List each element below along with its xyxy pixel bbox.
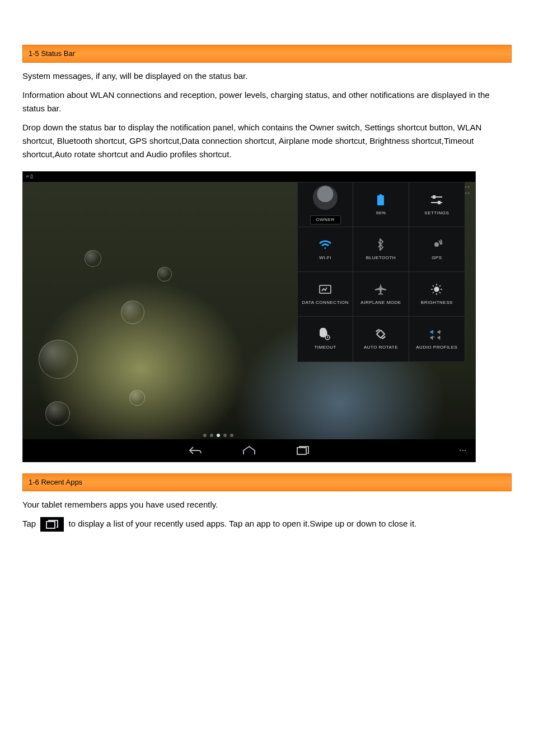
- section-body-status-bar: System messages, if any, will be display…: [22, 69, 512, 161]
- section-heading-status-bar: 1-5 Status Bar: [22, 45, 512, 63]
- paragraph-with-icon: Tap to display a list of your recently u…: [22, 517, 512, 532]
- back-icon[interactable]: [188, 443, 203, 458]
- qs-label: SETTINGS: [424, 210, 449, 217]
- text-fragment: Tap: [22, 519, 36, 528]
- qs-tile-timeout[interactable]: TIMEOUT: [298, 317, 353, 361]
- qs-label: OWNER: [310, 215, 341, 224]
- airplane-icon: [374, 283, 387, 296]
- avatar-icon: [313, 185, 338, 210]
- svg-line-14: [433, 292, 434, 293]
- section-heading-label: 1-5 Status Bar: [29, 48, 75, 59]
- svg-point-4: [435, 243, 438, 246]
- recent-apps-icon: [40, 517, 64, 532]
- svg-rect-20: [46, 522, 55, 528]
- svg-point-6: [434, 287, 439, 292]
- recent-apps-icon[interactable]: [295, 443, 311, 458]
- svg-rect-19: [297, 448, 306, 454]
- tablet-screenshot: ≈ ▯ ▪▪▪▪▪▪ OWNER 96% SETTI: [22, 171, 476, 462]
- qs-label: GPS: [432, 255, 442, 261]
- statusbar-left-icons: ≈ ▯: [26, 173, 33, 181]
- section-heading-recent-apps: 1-6 Recent Apps: [22, 473, 512, 491]
- qs-tile-wifi[interactable]: WI-FI: [298, 227, 353, 272]
- paragraph: Information about WLAN connections and r…: [22, 88, 512, 115]
- svg-line-11: [433, 285, 434, 287]
- battery-icon: [374, 193, 387, 206]
- qs-tile-settings[interactable]: SETTINGS: [409, 182, 465, 227]
- brightness-icon: [430, 283, 443, 296]
- paragraph: System messages, if any, will be display…: [22, 69, 512, 83]
- qs-tile-audio-profiles[interactable]: AUDIO PROFILES: [409, 317, 465, 361]
- gps-icon: [430, 238, 443, 251]
- qs-tile-brightness[interactable]: BRIGHTNESS: [409, 272, 465, 317]
- svg-line-13: [439, 285, 441, 287]
- qs-label: BRIGHTNESS: [421, 299, 453, 306]
- qs-tile-gps[interactable]: GPS: [409, 227, 465, 272]
- svg-rect-1: [433, 196, 435, 198]
- qs-label: TIMEOUT: [314, 344, 336, 351]
- qs-label: DATA CONNECTION: [302, 299, 349, 306]
- svg-rect-16: [377, 330, 385, 338]
- tablet-nav-bar: ⋮: [23, 439, 475, 462]
- auto-rotate-icon: [374, 327, 387, 341]
- qs-tile-battery[interactable]: 96%: [353, 182, 409, 227]
- audio-profiles-icon: [430, 327, 443, 341]
- data-connection-icon: [318, 283, 332, 296]
- section-heading-label: 1-6 Recent Apps: [29, 477, 82, 488]
- text-fragment: to display a list of your recently used …: [69, 519, 417, 528]
- svg-rect-5: [320, 285, 331, 293]
- timeout-icon: [318, 327, 332, 341]
- qs-label: AUTO ROTATE: [364, 344, 398, 351]
- home-page-indicator: [203, 434, 233, 437]
- wifi-icon: [318, 238, 332, 251]
- qs-tile-airplane-mode[interactable]: AIRPLANE MODE: [353, 272, 409, 317]
- qs-label: 96%: [376, 210, 386, 217]
- qs-tile-data-connection[interactable]: DATA CONNECTION: [298, 272, 353, 317]
- qs-label: AIRPLANE MODE: [360, 299, 401, 306]
- svg-rect-3: [438, 201, 440, 204]
- svg-line-12: [439, 292, 441, 293]
- qs-label: BLUETOOTH: [366, 255, 396, 261]
- qs-tile-auto-rotate[interactable]: AUTO ROTATE: [353, 317, 409, 361]
- tablet-status-bar: ≈ ▯: [23, 172, 475, 182]
- quick-settings-panel: OWNER 96% SETTINGS WI-FI: [297, 182, 465, 362]
- qs-tile-bluetooth[interactable]: BLUETOOTH: [353, 227, 409, 272]
- qs-tile-owner[interactable]: OWNER: [298, 182, 353, 227]
- section-body-recent-apps: Your tablet remembers apps you have used…: [22, 498, 512, 532]
- home-icon[interactable]: [241, 443, 257, 458]
- qs-label: WI-FI: [319, 255, 331, 261]
- paragraph: Your tablet remembers apps you have used…: [22, 498, 512, 511]
- qs-label: AUDIO PROFILES: [416, 344, 457, 351]
- bluetooth-icon: [374, 238, 387, 251]
- menu-dots-icon[interactable]: ⋮: [457, 447, 469, 454]
- paragraph: Drop down the status bar to display the …: [22, 121, 512, 161]
- sliders-icon: [430, 193, 443, 206]
